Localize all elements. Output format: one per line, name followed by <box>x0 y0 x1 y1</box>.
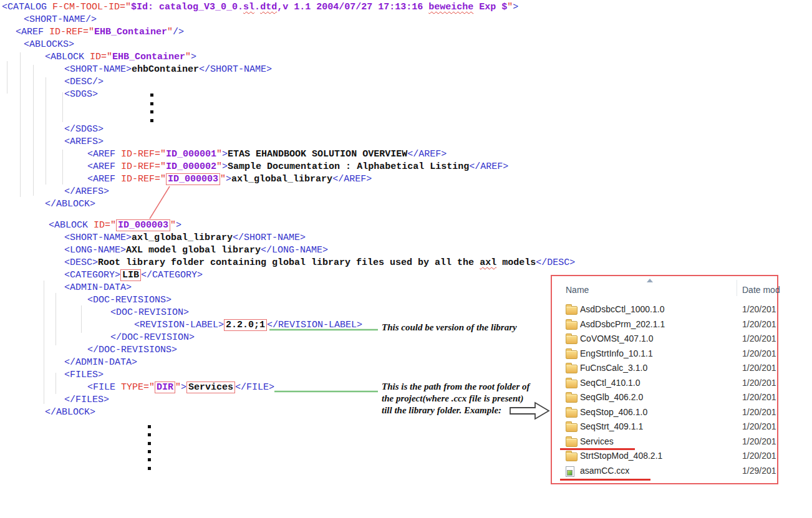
explorer-row[interactable]: SeqStop_406.1.01/20/2015 <box>552 405 777 420</box>
asamcc-highlight-underline <box>560 479 650 481</box>
explorer-row[interactable]: SeqGlb_406.2.01/20/2015 <box>552 390 777 405</box>
item-date-modified: 1/20/2015 <box>742 304 776 314</box>
folder-icon <box>566 365 578 373</box>
code-line: <SHORT-NAME>ehbContainer</SHORT-NAME> <box>0 64 575 76</box>
explorer-row[interactable]: FuCnsCalc_3.1.01/20/2015 <box>552 361 777 376</box>
column-divider[interactable] <box>737 280 737 296</box>
ellipsis-dot <box>150 94 153 97</box>
ellipsis-dot <box>148 467 151 470</box>
item-name[interactable]: StrtStopMod_408.2.1 <box>580 451 662 461</box>
folder-icon <box>566 394 578 403</box>
item-name[interactable]: AsdDsbcCtl_1000.1.0 <box>580 304 664 314</box>
code-line: </AREFS> <box>0 186 575 198</box>
item-date-modified: 1/20/2015 <box>742 392 776 402</box>
explorer-row[interactable]: SeqCtl_410.1.01/20/2015 <box>552 376 777 391</box>
item-date-modified: 1/20/2015 <box>742 421 776 431</box>
code-line: <SHORT-NAME/> <box>0 14 575 26</box>
explorer-row[interactable]: CoVOMSt_407.1.01/20/2015 <box>552 332 777 347</box>
item-name[interactable]: CoVOMSt_407.1.0 <box>580 333 654 343</box>
ellipsis-dot <box>148 425 151 428</box>
item-date-modified: 1/20/2015 <box>742 363 776 373</box>
path-annotation-line: This is the path from the root folder of <box>382 381 530 393</box>
code-line: <DOC-REVISION> <box>0 307 575 319</box>
path-annotation-line: till the library folder. Example: <box>382 405 530 416</box>
column-header-name[interactable]: Name <box>566 285 589 295</box>
code-line: <ABLOCK ID="ID_000003"> <box>0 219 575 232</box>
code-line: <SDGS> <box>0 89 575 101</box>
explorer-row[interactable]: SeqStrt_409.1.11/20/2015 <box>552 420 777 434</box>
ellipsis-dot <box>148 458 151 461</box>
ellipsis-dot <box>148 442 151 445</box>
folder-icon <box>566 335 578 344</box>
code-line: <DESC>Root library folder containing glo… <box>0 257 575 269</box>
item-date-modified: 1/20/2015 <box>742 451 776 461</box>
code-line: <AREFS> <box>0 136 575 148</box>
ellipsis-dot <box>150 102 153 105</box>
folder-icon <box>566 409 578 418</box>
item-name[interactable]: AsdDsbcPrm_202.1.1 <box>580 319 665 329</box>
document-icon <box>566 466 574 477</box>
item-name[interactable]: Services <box>580 436 614 446</box>
item-date-modified: 1/20/2015 <box>742 348 776 358</box>
code-line: <DOC-REVISIONS> <box>0 294 575 307</box>
code-line: <ABLOCKS> <box>0 39 575 51</box>
explorer-row[interactable]: Services1/20/2015 <box>552 434 777 449</box>
code-line: </DOC-REVISIONS> <box>0 344 575 357</box>
folder-icon <box>566 321 578 330</box>
code-line: <SHORT-NAME>axl_global_library</SHORT-NA… <box>0 232 575 244</box>
item-name[interactable]: SeqStrt_409.1.1 <box>580 421 643 431</box>
item-date-modified: 1/20/2015 <box>742 333 776 343</box>
code-line: <CATALOG F-CM-TOOL-ID="$Id: catalog_V3_0… <box>0 1 575 14</box>
item-name[interactable]: FuCnsCalc_3.1.0 <box>580 363 647 373</box>
explorer-row[interactable]: AsdDsbcCtl_1000.1.01/20/2015 <box>552 302 777 317</box>
code-line: </ADMIN-DATA> <box>0 357 575 369</box>
code-line: <AREF ID-REF="ID_000002">Sample Document… <box>0 161 575 173</box>
sort-ascending-icon[interactable] <box>647 279 653 282</box>
item-name[interactable]: SeqCtl_410.1.0 <box>580 378 640 388</box>
item-date-modified: 1/29/2015 <box>742 466 776 476</box>
explorer-row[interactable]: AsdDsbcPrm_202.1.11/20/2015 <box>552 317 777 332</box>
file-explorer-panel: Name Date mod AsdDsbcCtl_1000.1.01/20/20… <box>551 275 778 484</box>
item-name[interactable]: asamCC.ccx <box>580 466 629 476</box>
code-line: <FILES> <box>0 369 575 381</box>
ellipsis-dot <box>150 110 153 113</box>
column-header-date-modified[interactable]: Date mod <box>742 285 780 295</box>
code-line: <DESC/> <box>0 76 575 89</box>
item-name[interactable]: EngStrtInfo_10.1.1 <box>580 348 653 358</box>
ellipsis-dot <box>148 450 151 453</box>
code-line: <AREF ID-REF="EHB_Container"/> <box>0 26 575 39</box>
item-name[interactable]: SeqGlb_406.2.0 <box>580 392 643 402</box>
xml-code-block: <CATALOG F-CM-TOOL-ID="$Id: catalog_V3_0… <box>0 1 575 419</box>
explorer-header: Name Date mod <box>552 276 777 302</box>
explorer-row[interactable]: EngStrtInfo_10.1.11/20/2015 <box>552 347 777 362</box>
code-line: <AREF ID-REF="ID_000001">ETAS EHANDBOOK … <box>0 148 575 161</box>
folder-icon <box>566 380 578 388</box>
code-line: <ABLOCK ID="EHB_Container"> <box>0 51 575 64</box>
folder-icon <box>566 306 578 315</box>
code-line: </ABLOCK> <box>0 198 575 211</box>
figure-canvas: <CATALOG F-CM-TOOL-ID="$Id: catalog_V3_0… <box>0 0 812 518</box>
code-line: </DOC-REVISION> <box>0 332 575 344</box>
folder-icon <box>566 423 578 432</box>
folder-icon <box>566 453 578 461</box>
ellipsis-dot <box>148 433 151 436</box>
ellipsis-dot <box>150 119 153 122</box>
services-highlight-underline <box>560 448 635 450</box>
item-name[interactable]: SeqStop_406.1.0 <box>580 407 647 417</box>
code-line: <CATEGORY>LIB</CATEGORY> <box>0 269 575 282</box>
code-line: <AREF ID-REF="ID_000003">axl_global_libr… <box>0 173 575 186</box>
path-annotation-line: the project(where .ccx file is present) <box>382 393 530 405</box>
folder-icon <box>566 438 578 447</box>
code-line: <ADMIN-DATA> <box>0 282 575 294</box>
item-date-modified: 1/20/2015 <box>742 319 776 329</box>
explorer-row[interactable]: asamCC.ccx1/29/2015 <box>552 464 777 479</box>
item-date-modified: 1/20/2015 <box>742 378 776 388</box>
code-line: </SDGS> <box>0 123 575 136</box>
code-line: <LONG-NAME>AXL model global library</LON… <box>0 244 575 257</box>
explorer-row-list: AsdDsbcCtl_1000.1.01/20/2015AsdDsbcPrm_2… <box>552 302 777 478</box>
explorer-row[interactable]: StrtStopMod_408.2.11/20/2015 <box>552 449 777 464</box>
item-date-modified: 1/20/2015 <box>742 436 776 446</box>
version-annotation: This could be version of the library <box>382 322 517 333</box>
folder-icon <box>566 350 578 359</box>
item-date-modified: 1/20/2015 <box>742 407 776 417</box>
